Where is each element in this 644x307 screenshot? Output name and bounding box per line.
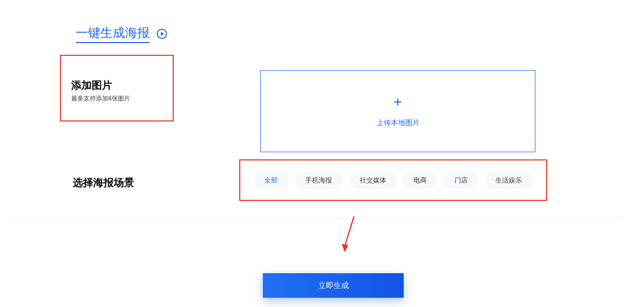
add-image-section: 添加图片 最多支持添加4张图片	[60, 55, 174, 121]
play-icon	[157, 29, 167, 39]
svg-marker-1	[342, 244, 348, 252]
scene-option-mobile[interactable]: 手机海报	[295, 172, 342, 189]
scene-option-store[interactable]: 门店	[444, 172, 478, 189]
upload-button[interactable]: + 上传本地图片	[260, 70, 535, 152]
add-image-title: 添加图片	[71, 78, 162, 92]
plus-icon: +	[393, 95, 402, 109]
generate-button[interactable]: 立即生成	[263, 273, 404, 298]
scene-option-entertainment[interactable]: 生活娱乐	[485, 172, 532, 189]
scene-option-all[interactable]: 全部	[254, 172, 288, 189]
scene-options: 全部 手机海报 社交媒体 电商 门店 生活娱乐	[239, 159, 547, 201]
upload-text: 上传本地图片	[377, 118, 420, 128]
scene-option-ecommerce[interactable]: 电商	[403, 172, 437, 189]
arrow-annotation	[341, 215, 356, 254]
svg-line-0	[345, 216, 354, 246]
page-title-text: 一键生成海报	[76, 25, 150, 43]
generate-button-label: 立即生成	[318, 281, 349, 291]
scene-option-social[interactable]: 社交媒体	[349, 172, 397, 189]
scene-section-label: 选择海报场景	[73, 176, 134, 190]
page-title-link[interactable]: 一键生成海报	[76, 25, 167, 43]
divider	[9, 218, 622, 219]
add-image-subtitle: 最多支持添加4张图片	[71, 94, 162, 103]
